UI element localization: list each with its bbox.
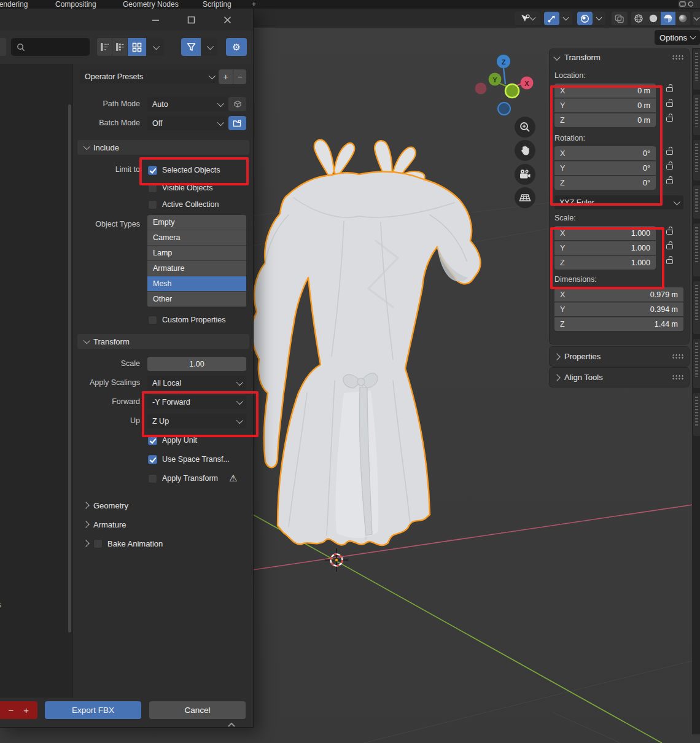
custom-properties-checkbox[interactable]: Custom Properties: [148, 313, 226, 327]
operator-presets-dropdown[interactable]: Operator Presets: [80, 69, 219, 84]
menu-compositing[interactable]: Compositing: [55, 0, 96, 9]
toggle-ortho-button[interactable]: [515, 187, 535, 208]
path-mode-dropdown[interactable]: Auto: [147, 97, 227, 111]
n-panel-tab[interactable]: [692, 224, 700, 276]
proportional-options-dropdown[interactable]: [593, 12, 605, 25]
rotation-x-field[interactable]: X0°: [554, 146, 656, 160]
lock-icon[interactable]: [666, 165, 673, 169]
display-thumbnails-button[interactable]: [128, 38, 146, 56]
geometry-section-header[interactable]: Geometry: [77, 498, 249, 513]
n-panel-align-tools[interactable]: Align Tools: [550, 368, 689, 387]
include-section-header[interactable]: Include: [77, 140, 249, 155]
active-collection-checkbox[interactable]: Active Collection: [148, 198, 219, 211]
forward-dropdown[interactable]: -Y Forward: [147, 395, 246, 409]
shading-material-preview-button[interactable]: [661, 12, 675, 25]
lock-icon[interactable]: [666, 230, 673, 235]
object-type-empty[interactable]: Empty: [147, 215, 246, 230]
up-dropdown[interactable]: Z Up: [147, 414, 246, 428]
armature-section-header[interactable]: Armature: [77, 517, 249, 532]
file-list-scrollbar[interactable]: [68, 104, 71, 632]
panel-grip-icon[interactable]: [672, 55, 684, 60]
minimize-button[interactable]: [146, 13, 165, 26]
lock-icon[interactable]: [666, 244, 673, 249]
dialog-titlebar[interactable]: [0, 9, 253, 31]
menu-geometry-nodes[interactable]: Geometry Nodes: [123, 0, 179, 9]
snap-options-dropdown[interactable]: [559, 12, 572, 25]
gizmo-minus-x[interactable]: [475, 83, 487, 95]
zoom-tool-button[interactable]: [515, 117, 535, 138]
cancel-button[interactable]: Cancel: [149, 701, 246, 719]
object-type-mesh-selected[interactable]: Mesh: [147, 276, 246, 292]
lock-icon[interactable]: [666, 102, 673, 107]
dimensions-z-field[interactable]: Z1.44 m: [554, 317, 683, 331]
object-type-camera[interactable]: Camera: [147, 230, 246, 246]
gizmo-minus-z[interactable]: [498, 103, 510, 115]
transform-panel-header[interactable]: Transform: [550, 49, 689, 65]
menu-rendering[interactable]: Rendering: [0, 0, 28, 9]
resize-chevron-icon[interactable]: [227, 722, 236, 727]
apply-transform-checkbox[interactable]: Apply Transform ⚠: [148, 472, 237, 485]
lock-icon[interactable]: [666, 117, 673, 122]
scale-z-field[interactable]: Z1.000: [554, 255, 656, 270]
maximize-button[interactable]: [182, 13, 200, 26]
n-panel-properties[interactable]: Properties: [550, 347, 689, 366]
apply-scalings-dropdown[interactable]: All Local: [147, 376, 246, 390]
n-panel-tab[interactable]: [692, 185, 700, 219]
copy-paths-button[interactable]: [228, 97, 246, 111]
add-workspace-button[interactable]: +: [252, 0, 256, 9]
location-y-field[interactable]: Y0 m: [554, 98, 656, 112]
filter-options-dropdown[interactable]: [201, 38, 217, 56]
n-panel-tab[interactable]: [692, 140, 700, 181]
shading-options-dropdown[interactable]: [693, 12, 700, 25]
transform-section-header[interactable]: Transform: [77, 334, 249, 349]
nav-button-clipped[interactable]: [0, 38, 6, 56]
options-button[interactable]: Options: [655, 30, 700, 45]
gizmo-minus-y[interactable]: [505, 84, 519, 98]
object-type-lamp[interactable]: Lamp: [147, 246, 246, 261]
apply-unit-checkbox[interactable]: Apply Unit: [148, 434, 197, 447]
selected-objects-checkbox[interactable]: Selected Objects: [148, 163, 220, 177]
scale-slider[interactable]: 1.00: [147, 357, 246, 371]
location-x-field[interactable]: X0 m: [554, 84, 656, 98]
lock-icon[interactable]: [666, 179, 673, 184]
close-button[interactable]: [218, 13, 236, 26]
dress-mesh-object[interactable]: [252, 140, 480, 545]
object-type-other[interactable]: Other: [147, 292, 246, 307]
visible-objects-checkbox[interactable]: Visible Objects: [148, 181, 212, 195]
n-panel-tab[interactable]: [692, 95, 700, 135]
object-type-visibility-button[interactable]: [515, 12, 540, 25]
filename-decrement-button[interactable]: −: [8, 705, 14, 715]
panel-grip-icon[interactable]: [672, 354, 684, 359]
dimensions-y-field[interactable]: Y0.394 m: [554, 302, 683, 316]
scale-x-field[interactable]: X1.000: [554, 226, 656, 240]
rotation-y-field[interactable]: Y0°: [554, 161, 656, 175]
shading-solid-button[interactable]: [646, 12, 661, 25]
lock-icon[interactable]: [666, 87, 673, 92]
location-z-field[interactable]: Z0 m: [554, 113, 656, 127]
rotation-mode-dropdown[interactable]: XYZ Euler: [554, 195, 683, 209]
use-space-transform-checkbox[interactable]: Use Space Transf...: [148, 453, 230, 466]
file-list-region[interactable]: s: [0, 64, 73, 698]
filename-step-buttons[interactable]: − +: [0, 701, 37, 719]
settings-button[interactable]: ⚙: [226, 38, 247, 56]
export-fbx-button[interactable]: Export FBX: [45, 701, 141, 719]
object-type-armature[interactable]: Armature: [147, 261, 246, 276]
shading-rendered-button[interactable]: [675, 12, 690, 25]
navigation-gizmo[interactable]: Y Z X: [467, 46, 543, 123]
n-panel-tab[interactable]: [692, 339, 700, 388]
overlays-toggle-button[interactable]: [612, 12, 628, 25]
preset-add-button[interactable]: +: [219, 69, 233, 84]
scale-y-field[interactable]: Y1.000: [554, 241, 656, 255]
filename-increment-button[interactable]: +: [23, 705, 29, 715]
lock-icon[interactable]: [666, 259, 673, 264]
snap-toggle-button[interactable]: [544, 12, 559, 25]
preset-remove-button[interactable]: −: [233, 69, 246, 84]
proportional-edit-button[interactable]: [577, 12, 593, 25]
camera-view-button[interactable]: [515, 164, 535, 185]
bake-animation-section-header[interactable]: Bake Animation: [77, 536, 249, 551]
pan-tool-button[interactable]: [515, 140, 535, 161]
batch-own-dir-button[interactable]: [228, 116, 246, 130]
filter-button[interactable]: [181, 38, 201, 56]
panel-grip-icon[interactable]: [672, 375, 684, 380]
n-panel-tab[interactable]: [692, 49, 700, 90]
